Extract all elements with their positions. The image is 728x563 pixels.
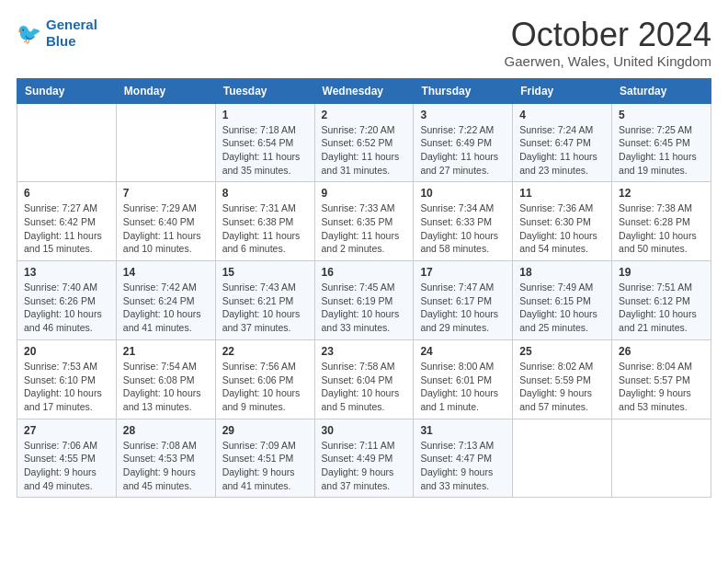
calendar-cell: 22Sunrise: 7:56 AM Sunset: 6:06 PM Dayli… — [215, 339, 314, 419]
day-number: 6 — [24, 187, 109, 200]
day-number: 10 — [420, 187, 506, 200]
day-info: Sunrise: 7:54 AM Sunset: 6:08 PM Dayligh… — [123, 360, 209, 414]
day-info: Sunrise: 7:22 AM Sunset: 6:49 PM Dayligh… — [420, 123, 506, 178]
day-number: 19 — [619, 266, 704, 279]
day-number: 29 — [222, 424, 308, 437]
day-number: 17 — [420, 266, 506, 279]
calendar-cell: 12Sunrise: 7:38 AM Sunset: 6:28 PM Dayli… — [612, 182, 711, 261]
day-info: Sunrise: 7:09 AM Sunset: 4:51 PM Dayligh… — [222, 439, 308, 493]
calendar-cell: 19Sunrise: 7:51 AM Sunset: 6:12 PM Dayli… — [612, 261, 711, 340]
day-number: 3 — [420, 109, 506, 121]
week-row-2: 13Sunrise: 7:40 AM Sunset: 6:26 PM Dayli… — [17, 261, 711, 340]
day-info: Sunrise: 7:11 AM Sunset: 4:49 PM Dayligh… — [322, 439, 407, 493]
day-info: Sunrise: 7:27 AM Sunset: 6:42 PM Dayligh… — [24, 201, 109, 256]
week-row-3: 20Sunrise: 7:53 AM Sunset: 6:10 PM Dayli… — [17, 339, 711, 419]
day-number: 26 — [619, 345, 704, 358]
day-info: Sunrise: 7:42 AM Sunset: 6:24 PM Dayligh… — [123, 281, 209, 335]
header-day-thursday: Thursday — [414, 78, 513, 103]
calendar-cell: 27Sunrise: 7:06 AM Sunset: 4:55 PM Dayli… — [17, 419, 117, 498]
calendar-cell: 26Sunrise: 8:04 AM Sunset: 5:57 PM Dayli… — [612, 339, 711, 419]
calendar-cell: 7Sunrise: 7:29 AM Sunset: 6:40 PM Daylig… — [116, 182, 215, 261]
day-info: Sunrise: 7:45 AM Sunset: 6:19 PM Dayligh… — [322, 281, 407, 335]
calendar-header-row: SundayMondayTuesdayWednesdayThursdayFrid… — [17, 78, 711, 103]
calendar-cell: 9Sunrise: 7:33 AM Sunset: 6:35 PM Daylig… — [314, 182, 414, 261]
calendar-cell: 3Sunrise: 7:22 AM Sunset: 6:49 PM Daylig… — [414, 103, 513, 182]
header-day-sunday: Sunday — [17, 78, 117, 103]
calendar-cell: 2Sunrise: 7:20 AM Sunset: 6:52 PM Daylig… — [314, 103, 414, 182]
calendar-cell: 24Sunrise: 8:00 AM Sunset: 6:01 PM Dayli… — [414, 339, 513, 419]
day-number: 12 — [619, 187, 704, 200]
day-info: Sunrise: 7:49 AM Sunset: 6:15 PM Dayligh… — [519, 281, 605, 335]
day-number: 24 — [420, 345, 506, 358]
day-number: 7 — [123, 187, 209, 200]
logo: 🐦 General Blue — [17, 17, 97, 50]
calendar-cell: 16Sunrise: 7:45 AM Sunset: 6:19 PM Dayli… — [314, 261, 414, 340]
day-info: Sunrise: 8:00 AM Sunset: 6:01 PM Dayligh… — [420, 360, 506, 414]
day-number: 20 — [24, 345, 109, 358]
logo-text: General Blue — [46, 17, 97, 50]
header-day-saturday: Saturday — [612, 78, 711, 103]
day-info: Sunrise: 7:20 AM Sunset: 6:52 PM Dayligh… — [322, 123, 407, 178]
day-number: 28 — [123, 424, 209, 437]
calendar-cell: 15Sunrise: 7:43 AM Sunset: 6:21 PM Dayli… — [215, 261, 314, 340]
day-info: Sunrise: 7:31 AM Sunset: 6:38 PM Dayligh… — [222, 201, 308, 256]
calendar-cell: 14Sunrise: 7:42 AM Sunset: 6:24 PM Dayli… — [116, 261, 215, 340]
day-number: 25 — [519, 345, 605, 358]
svg-text:🐦: 🐦 — [17, 21, 42, 46]
day-info: Sunrise: 7:34 AM Sunset: 6:33 PM Dayligh… — [420, 201, 506, 256]
day-info: Sunrise: 7:56 AM Sunset: 6:06 PM Dayligh… — [222, 360, 308, 414]
calendar-cell: 11Sunrise: 7:36 AM Sunset: 6:30 PM Dayli… — [513, 182, 612, 261]
day-info: Sunrise: 7:08 AM Sunset: 4:53 PM Dayligh… — [123, 439, 209, 493]
day-info: Sunrise: 7:06 AM Sunset: 4:55 PM Dayligh… — [24, 439, 109, 493]
day-info: Sunrise: 7:33 AM Sunset: 6:35 PM Dayligh… — [322, 201, 407, 256]
calendar-body: 1Sunrise: 7:18 AM Sunset: 6:54 PM Daylig… — [17, 103, 711, 498]
day-info: Sunrise: 7:51 AM Sunset: 6:12 PM Dayligh… — [619, 281, 704, 335]
title-block: October 2024 Gaerwen, Wales, United King… — [505, 17, 711, 69]
week-row-1: 6Sunrise: 7:27 AM Sunset: 6:42 PM Daylig… — [17, 182, 711, 261]
calendar-cell: 5Sunrise: 7:25 AM Sunset: 6:45 PM Daylig… — [612, 103, 711, 182]
calendar-cell: 18Sunrise: 7:49 AM Sunset: 6:15 PM Dayli… — [513, 261, 612, 340]
header-day-tuesday: Tuesday — [215, 78, 314, 103]
day-info: Sunrise: 7:58 AM Sunset: 6:04 PM Dayligh… — [322, 360, 407, 414]
calendar-table: SundayMondayTuesdayWednesdayThursdayFrid… — [17, 78, 711, 499]
calendar-cell — [513, 419, 612, 498]
day-info: Sunrise: 7:38 AM Sunset: 6:28 PM Dayligh… — [619, 201, 704, 256]
week-row-0: 1Sunrise: 7:18 AM Sunset: 6:54 PM Daylig… — [17, 103, 711, 182]
day-number: 16 — [322, 266, 407, 279]
calendar-cell: 1Sunrise: 7:18 AM Sunset: 6:54 PM Daylig… — [215, 103, 314, 182]
day-number: 5 — [619, 109, 704, 121]
day-number: 11 — [519, 187, 605, 200]
header-day-monday: Monday — [116, 78, 215, 103]
day-number: 2 — [322, 109, 407, 121]
day-info: Sunrise: 7:24 AM Sunset: 6:47 PM Dayligh… — [519, 123, 605, 178]
calendar-cell: 30Sunrise: 7:11 AM Sunset: 4:49 PM Dayli… — [314, 419, 414, 498]
day-info: Sunrise: 7:43 AM Sunset: 6:21 PM Dayligh… — [222, 281, 308, 335]
day-info: Sunrise: 7:18 AM Sunset: 6:54 PM Dayligh… — [222, 123, 308, 178]
day-info: Sunrise: 7:13 AM Sunset: 4:47 PM Dayligh… — [420, 439, 506, 493]
day-info: Sunrise: 7:36 AM Sunset: 6:30 PM Dayligh… — [519, 201, 605, 256]
day-number: 18 — [519, 266, 605, 279]
calendar-cell — [612, 419, 711, 498]
day-number: 14 — [123, 266, 209, 279]
location: Gaerwen, Wales, United Kingdom — [505, 53, 711, 69]
day-number: 8 — [222, 187, 308, 200]
day-number: 22 — [222, 345, 308, 358]
logo-bird-icon: 🐦 — [17, 20, 42, 46]
header-day-wednesday: Wednesday — [314, 78, 414, 103]
calendar-cell: 29Sunrise: 7:09 AM Sunset: 4:51 PM Dayli… — [215, 419, 314, 498]
day-info: Sunrise: 7:47 AM Sunset: 6:17 PM Dayligh… — [420, 281, 506, 335]
calendar-cell: 13Sunrise: 7:40 AM Sunset: 6:26 PM Dayli… — [17, 261, 117, 340]
day-number: 4 — [519, 109, 605, 121]
day-info: Sunrise: 8:04 AM Sunset: 5:57 PM Dayligh… — [619, 360, 704, 414]
day-info: Sunrise: 7:40 AM Sunset: 6:26 PM Dayligh… — [24, 281, 109, 335]
calendar-cell: 8Sunrise: 7:31 AM Sunset: 6:38 PM Daylig… — [215, 182, 314, 261]
calendar-cell: 31Sunrise: 7:13 AM Sunset: 4:47 PM Dayli… — [414, 419, 513, 498]
day-number: 27 — [24, 424, 109, 437]
day-number: 13 — [24, 266, 109, 279]
calendar-cell: 10Sunrise: 7:34 AM Sunset: 6:33 PM Dayli… — [414, 182, 513, 261]
day-info: Sunrise: 7:53 AM Sunset: 6:10 PM Dayligh… — [24, 360, 109, 414]
day-info: Sunrise: 8:02 AM Sunset: 5:59 PM Dayligh… — [519, 360, 605, 414]
day-number: 23 — [322, 345, 407, 358]
calendar-cell: 25Sunrise: 8:02 AM Sunset: 5:59 PM Dayli… — [513, 339, 612, 419]
calendar-cell: 17Sunrise: 7:47 AM Sunset: 6:17 PM Dayli… — [414, 261, 513, 340]
